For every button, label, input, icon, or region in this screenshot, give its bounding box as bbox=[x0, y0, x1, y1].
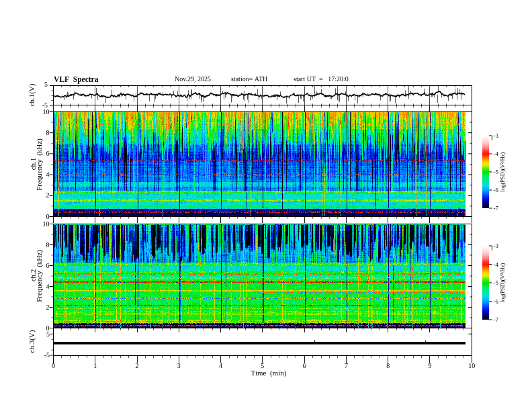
svg-text:4: 4 bbox=[46, 283, 50, 290]
svg-text:-3: -3 bbox=[494, 242, 499, 249]
svg-text:4: 4 bbox=[219, 362, 222, 369]
svg-text:log(PSD)(V²/Hz): log(PSD)(V²/Hz) bbox=[499, 152, 506, 191]
svg-text:3: 3 bbox=[177, 362, 181, 369]
svg-text:10: 10 bbox=[468, 362, 475, 369]
svg-text:9: 9 bbox=[428, 362, 431, 369]
svg-text:2: 2 bbox=[46, 191, 50, 199]
svg-text:Time (min): Time (min) bbox=[251, 369, 287, 377]
svg-text:0: 0 bbox=[52, 362, 55, 369]
svg-text:5: 5 bbox=[261, 362, 264, 369]
svg-text:Frequency (kHz): Frequency (kHz) bbox=[35, 250, 44, 302]
svg-text:-5: -5 bbox=[44, 351, 50, 359]
svg-text:ch.1(V): ch.1(V) bbox=[28, 83, 36, 106]
svg-text:8: 8 bbox=[46, 129, 50, 136]
svg-text:-5: -5 bbox=[494, 279, 499, 286]
svg-text:2: 2 bbox=[46, 304, 50, 311]
svg-text:-4: -4 bbox=[494, 150, 499, 157]
svg-text:ch.3(V): ch.3(V) bbox=[28, 330, 36, 353]
svg-text:-7: -7 bbox=[494, 205, 499, 212]
svg-text:6: 6 bbox=[46, 150, 50, 157]
svg-text:0: 0 bbox=[46, 213, 50, 220]
svg-text:0: 0 bbox=[46, 324, 50, 332]
svg-text:10: 10 bbox=[43, 108, 50, 116]
svg-text:8: 8 bbox=[46, 241, 50, 248]
svg-text:VLF Spectra: VLF Spectra bbox=[54, 75, 99, 84]
svg-text:4: 4 bbox=[46, 171, 50, 178]
svg-text:8: 8 bbox=[386, 362, 390, 369]
svg-text:-5: -5 bbox=[494, 169, 499, 175]
svg-text:5: 5 bbox=[44, 81, 48, 88]
svg-text:1: 1 bbox=[93, 362, 97, 369]
svg-text:6: 6 bbox=[46, 262, 50, 269]
svg-text:-4: -4 bbox=[494, 261, 499, 268]
svg-text:-3: -3 bbox=[494, 132, 499, 139]
svg-text:-6: -6 bbox=[494, 187, 499, 193]
svg-text:start UT = 17:20:0: start UT = 17:20:0 bbox=[294, 75, 349, 83]
svg-text:Nov.29, 2025: Nov.29, 2025 bbox=[175, 75, 211, 83]
svg-text:-6: -6 bbox=[494, 298, 499, 305]
svg-text:log(PSD)(V²/Hz): log(PSD)(V²/Hz) bbox=[499, 263, 506, 302]
svg-text:2: 2 bbox=[136, 362, 139, 369]
svg-text:7: 7 bbox=[345, 362, 348, 369]
svg-text:station= ATH: station= ATH bbox=[231, 75, 267, 83]
svg-text:-7: -7 bbox=[494, 316, 499, 323]
svg-text:6: 6 bbox=[303, 362, 306, 369]
svg-text:10: 10 bbox=[43, 220, 50, 228]
svg-text:Frequency (kHz): Frequency (kHz) bbox=[35, 138, 44, 191]
